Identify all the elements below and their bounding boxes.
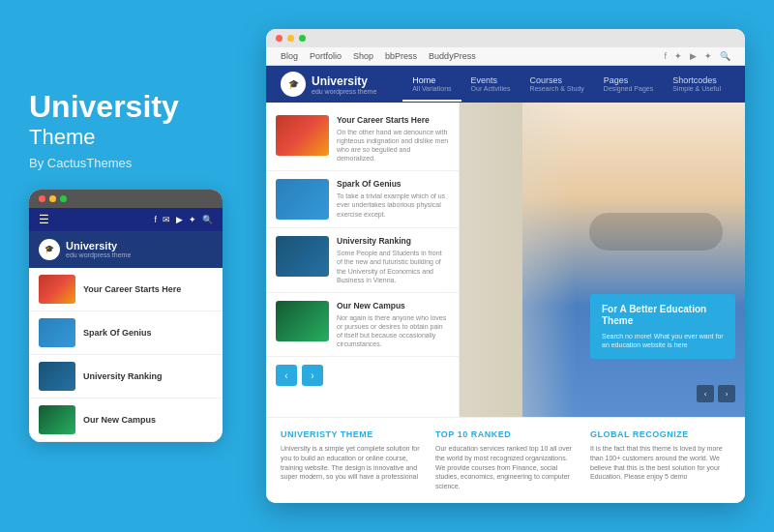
- hamburger-icon[interactable]: ☰: [39, 213, 49, 226]
- list-item[interactable]: Our New Campus: [29, 399, 223, 442]
- item-desc: Nor again is there anyone who loves or p…: [337, 313, 449, 348]
- nav-item-courses[interactable]: Courses Research & Study: [520, 68, 593, 102]
- main-nav-items: Home All Variations Events Our Activitie…: [402, 68, 730, 102]
- nav-item-pages[interactable]: Pages Designed Pages: [594, 68, 663, 102]
- thumb-career: [39, 275, 75, 304]
- dot-yellow: [49, 195, 56, 202]
- item-title: Our New Campus: [337, 301, 449, 310]
- bottom-col-university: UNIVERISTY THEME University is a simple …: [281, 429, 421, 491]
- mobile-fb-icon[interactable]: f: [154, 215, 157, 224]
- col-title-global: GLOBAL RECOGNIZE: [590, 429, 730, 439]
- hero-cta-desc: Search no more! What you ever want for a…: [602, 332, 724, 349]
- buddypress-link[interactable]: BuddyPress: [429, 51, 476, 61]
- content-list: Your Career Starts Here On the other han…: [266, 103, 460, 417]
- mobile-logo-sub: edu wordpress theme: [66, 251, 131, 258]
- thumb-genius: [276, 179, 329, 220]
- fb-icon[interactable]: f: [664, 51, 667, 61]
- item-title: Spark Of Genius: [337, 179, 449, 189]
- hero-prev-button[interactable]: ‹: [697, 385, 714, 402]
- portfolio-link[interactable]: Portfolio: [310, 51, 342, 61]
- dot-red: [276, 35, 283, 42]
- mobile-yt-icon[interactable]: ▶: [176, 215, 183, 224]
- next-arrow-button[interactable]: ›: [302, 365, 323, 386]
- title-text: University: [29, 90, 242, 124]
- tw-icon[interactable]: ✦: [704, 51, 712, 61]
- desktop-logo: 🎓 University edu wordpress theme: [281, 66, 376, 103]
- dot-green: [60, 195, 67, 202]
- bbpress-link[interactable]: bbPress: [385, 51, 417, 61]
- logo-text: University: [312, 74, 376, 88]
- desktop-main-nav: 🎓 University edu wordpress theme Home Al…: [266, 66, 745, 103]
- thumb-campus: [276, 301, 329, 341]
- mobile-logo-icon: 🎓: [39, 239, 60, 260]
- item-text: Spark Of Genius To take a trivial exampl…: [337, 179, 449, 218]
- mobile-mail-icon[interactable]: ✉: [163, 215, 170, 224]
- thumb-ranking: [39, 362, 75, 391]
- left-panel: University Theme By CactusThemes ☰ f ✉ ▶…: [29, 90, 242, 441]
- thumb-genius: [39, 318, 75, 347]
- content-item[interactable]: Your Career Starts Here On the other han…: [266, 107, 459, 171]
- mobile-item-label: Our New Campus: [83, 415, 156, 425]
- mobile-tw-icon[interactable]: ✦: [189, 215, 196, 224]
- hero-cta-title: For A Better Education Theme: [602, 304, 724, 327]
- item-title: Your Career Starts Here: [337, 115, 449, 125]
- list-item[interactable]: Your Career Starts Here: [29, 268, 223, 311]
- hero-cta-box: For A Better Education Theme Search no m…: [590, 294, 735, 359]
- mobile-mockup: ☰ f ✉ ▶ ✦ 🔍 🎓 University edu wordpress t…: [29, 190, 223, 442]
- list-item[interactable]: University Ranking: [29, 355, 223, 399]
- list-nav-arrows: ‹ ›: [266, 357, 459, 394]
- mobile-item-label: Your Career Starts Here: [83, 284, 181, 294]
- content-item[interactable]: Our New Campus Nor again is there anyone…: [266, 293, 459, 357]
- content-item[interactable]: Spark Of Genius To take a trivial exampl…: [266, 171, 459, 228]
- by-line: By CactusThemes: [29, 156, 242, 170]
- star-icon[interactable]: ✦: [674, 51, 682, 61]
- desktop-content: Your Career Starts Here On the other han…: [266, 103, 745, 417]
- bottom-col-ranked: TOP 10 RANKED Our education services ran…: [435, 429, 576, 491]
- nav-item-home[interactable]: Home All Variations: [402, 68, 461, 102]
- list-item[interactable]: Spark Of Genius: [29, 311, 223, 355]
- item-text: University Ranking Some People and Stude…: [337, 236, 449, 283]
- item-desc: To take a trivial example which of us ev…: [337, 192, 449, 218]
- mobile-traffic-lights: [29, 190, 223, 208]
- col-text-ranked: Our education services ranked top 10 all…: [435, 444, 576, 491]
- dot-red: [39, 195, 45, 202]
- hero-bg: For A Better Education Theme Search no m…: [460, 103, 745, 417]
- mobile-nav-bar: ☰ f ✉ ▶ ✦ 🔍: [29, 208, 223, 231]
- mobile-nav-icons: f ✉ ▶ ✦ 🔍: [154, 215, 213, 224]
- shop-link[interactable]: Shop: [353, 51, 373, 61]
- play-icon[interactable]: ▶: [690, 51, 697, 61]
- prev-arrow-button[interactable]: ‹: [276, 365, 297, 386]
- thumb-ranking: [276, 236, 329, 277]
- item-desc: Some People and Students in front of the…: [337, 249, 449, 283]
- blog-link[interactable]: Blog: [281, 51, 298, 61]
- item-desc: On the other hand we denounce with right…: [337, 128, 449, 163]
- search-icon[interactable]: 🔍: [720, 51, 730, 61]
- col-title-ranked: TOP 10 RANKED: [435, 429, 576, 439]
- item-text: Our New Campus Nor again is there anyone…: [337, 301, 449, 348]
- mobile-header: 🎓 University edu wordpress theme: [29, 231, 223, 268]
- item-title: University Ranking: [337, 236, 449, 246]
- mobile-search-icon[interactable]: 🔍: [202, 215, 213, 224]
- item-text: Your Career Starts Here On the other han…: [337, 115, 449, 163]
- logo-sub: edu wordpress theme: [312, 88, 376, 95]
- desktop-top-links: Blog Portfolio Shop bbPress BuddyPress f…: [266, 47, 745, 66]
- logo-icon: 🎓: [281, 72, 306, 97]
- hero-blur: [460, 103, 576, 417]
- desktop-bottom: UNIVERISTY THEME University is a simple …: [266, 417, 745, 503]
- thumb-career: [276, 115, 329, 156]
- bottom-col-global: GLOBAL RECOGNIZE It is the fact that thi…: [590, 429, 730, 491]
- mobile-item-label: University Ranking: [83, 371, 163, 381]
- mobile-list: Your Career Starts Here Spark Of Genius …: [29, 268, 223, 442]
- dot-green: [299, 35, 306, 42]
- thumb-campus: [39, 405, 75, 434]
- desktop-top-icons: f ✦ ▶ ✦ 🔍: [664, 51, 730, 61]
- hero-next-button[interactable]: ›: [718, 385, 735, 402]
- nav-item-events[interactable]: Events Our Activities: [461, 68, 521, 102]
- col-text-university: University is a simple yet complete solu…: [281, 444, 421, 482]
- content-item[interactable]: University Ranking Some People and Stude…: [266, 228, 459, 292]
- subtitle-text: Theme: [29, 125, 242, 150]
- theme-title: University Theme: [29, 90, 242, 149]
- mobile-logo-text: University: [66, 240, 131, 251]
- nav-item-shortcodes[interactable]: Shortcodes Simple & Useful: [663, 68, 730, 102]
- mobile-item-label: Spark Of Genius: [83, 328, 152, 338]
